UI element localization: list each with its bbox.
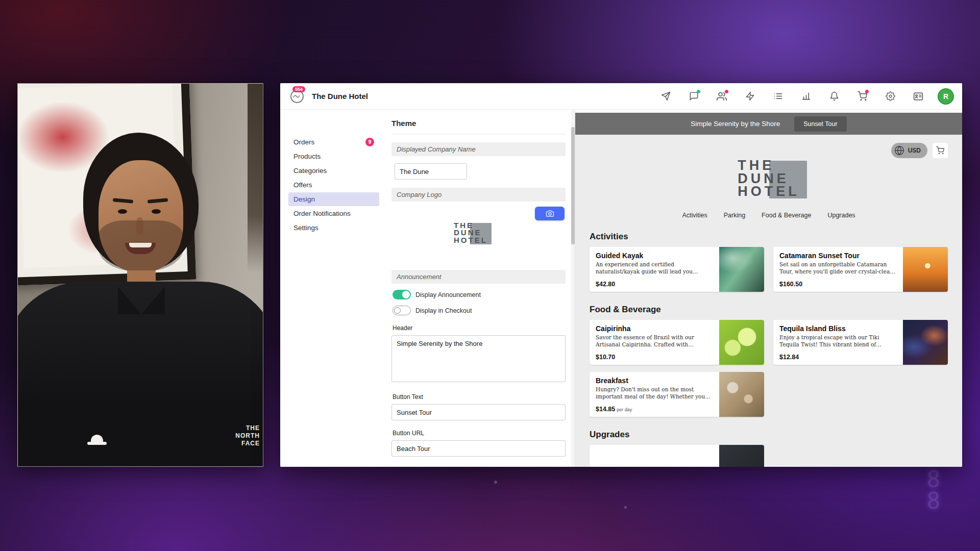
bell-icon[interactable] [825, 88, 843, 105]
eye [118, 209, 127, 214]
product-card-tequila-island-bliss[interactable]: Tequila Island Bliss Enjoy a tropical es… [773, 320, 948, 365]
product-image [719, 445, 764, 467]
notification-count-badge: 554 [292, 86, 305, 92]
tab-parking[interactable]: Parking [724, 212, 745, 219]
header-field-label: Header [393, 324, 566, 332]
announcement-banner: Simple Serenity by the Shore Sunset Tour [575, 113, 962, 135]
section-title-food-beverage: Food & Beverage [590, 305, 948, 315]
currency-label: USD [908, 147, 921, 154]
tab-upgrades[interactable]: Upgrades [827, 212, 855, 219]
team-icon[interactable] [713, 88, 730, 105]
section-company-logo: Company Logo [391, 188, 566, 202]
editor-scrollbar[interactable] [571, 110, 575, 467]
announcement-text: Simple Serenity by the Shore [691, 120, 780, 128]
decor-dot [494, 481, 497, 484]
section-displayed-company-name: Displayed Company Name [391, 142, 566, 156]
eye [152, 209, 161, 214]
announcement-button[interactable]: Sunset Tour [794, 116, 846, 132]
button-text-field-label: Button Text [393, 393, 566, 400]
storefront-cart-button[interactable] [933, 143, 948, 158]
product-card-catamaran-sunset-tour[interactable]: Catamaran Sunset Tour Set sail on an unf… [773, 247, 948, 292]
tab-food-beverage[interactable]: Food & Beverage [762, 212, 811, 219]
header-textarea[interactable]: Simple Serenity by the Shore [391, 335, 566, 382]
sidebar-item-label: Products [293, 153, 321, 160]
page-background: 8 8 THE NORTH FACE [0, 0, 980, 551]
list-icon[interactable] [769, 88, 787, 105]
app-window: 554 The Dune Hotel [280, 83, 962, 467]
button-text-input[interactable] [391, 404, 566, 420]
sidebar-item-label: Orders [293, 138, 314, 146]
decor-digit: 8 [927, 491, 941, 511]
webcam-video: THE NORTH FACE [17, 83, 263, 467]
product-card-caipirinha[interactable]: Caipirinha Savor the essence of Brazil w… [590, 320, 764, 365]
storefront-nav: Activities Parking Food & Beverage Upgra… [590, 212, 948, 219]
product-card-guided-kayak[interactable]: Guided Kayak An experienced and certifie… [590, 247, 764, 292]
nose [136, 217, 143, 235]
sidebar-item-order-notifications[interactable]: Order Notifications [288, 207, 379, 220]
contacts-icon[interactable] [910, 88, 927, 105]
send-icon[interactable] [657, 88, 674, 105]
company-logo-preview: THE DUNE HOTEL [454, 222, 487, 244]
decor-digits: 8 8 [927, 469, 941, 511]
display-announcement-toggle[interactable] [393, 290, 411, 299]
tab-activities[interactable]: Activities [682, 212, 707, 219]
price-suffix: per day [617, 407, 632, 412]
sidebar-item-label: Offers [293, 181, 312, 189]
product-card-breakfast[interactable]: Breakfast Hungry? Don't miss out on the … [590, 372, 764, 417]
user-avatar[interactable]: R [938, 88, 954, 105]
product-image [719, 247, 764, 292]
jacket-brand-text: THE NORTH FACE [235, 424, 260, 447]
scrollbar-thumb[interactable] [571, 127, 575, 244]
gear-icon[interactable] [881, 88, 899, 105]
sidebar-item-orders[interactable]: Orders 9 [288, 135, 379, 149]
app-title: The Dune Hotel [312, 92, 368, 101]
decor-dot [624, 506, 627, 509]
presenter-person: THE NORTH FACE [18, 84, 263, 466]
app-logo-icon[interactable]: 554 [290, 90, 304, 103]
logo-upload-zone: THE DUNE HOTEL [391, 202, 566, 262]
decor-digit: 8 [927, 469, 941, 490]
hat-logo-icon [87, 435, 107, 447]
sidebar-item-design[interactable]: Design [288, 192, 379, 206]
theme-editor-panel: Theme Displayed Company Name Company Log… [385, 110, 575, 467]
cart-alert-dot [865, 90, 869, 93]
product-image [719, 320, 764, 365]
sidebar-item-products[interactable]: Products [288, 149, 379, 163]
sidebar-item-label: Order Notifications [293, 210, 351, 217]
jacket [17, 282, 263, 467]
storefront-logo: THE DUNE HOTEL [738, 159, 800, 198]
company-name-input[interactable] [395, 163, 467, 180]
sidebar-item-label: Settings [293, 224, 318, 232]
zap-icon[interactable] [741, 88, 758, 105]
toggle-label: Display Announcement [415, 291, 481, 298]
currency-selector[interactable]: USD [891, 143, 927, 158]
status-dot [697, 90, 700, 93]
upload-logo-button[interactable] [535, 207, 565, 220]
sidebar: Orders 9 Products Categories Offers Desi… [280, 110, 385, 467]
cart-icon[interactable] [853, 88, 871, 105]
button-url-input[interactable] [391, 440, 566, 457]
product-image [903, 320, 948, 365]
analytics-icon[interactable] [797, 88, 815, 105]
panel-title: Theme [391, 119, 566, 134]
section-announcement: Announcement [391, 270, 566, 284]
sidebar-item-label: Categories [293, 167, 327, 174]
sidebar-item-categories[interactable]: Categories [288, 164, 379, 178]
storefront-body: USD THE DUNE HOTEL Activities [575, 135, 962, 467]
alert-dot [725, 90, 728, 93]
toggle-label: Display in Checkout [415, 307, 472, 314]
sidebar-item-settings[interactable]: Settings [288, 221, 379, 235]
product-image [903, 247, 948, 292]
section-title-upgrades: Upgrades [590, 430, 948, 440]
topbar: 554 The Dune Hotel [280, 83, 962, 110]
product-image [719, 372, 764, 417]
display-in-checkout-toggle[interactable] [393, 306, 411, 315]
button-url-field-label: Button URL [393, 430, 566, 437]
sidebar-item-label: Design [293, 195, 315, 203]
orders-count-badge: 9 [365, 138, 374, 146]
teeth [129, 243, 152, 247]
sidebar-item-offers[interactable]: Offers [288, 178, 379, 192]
product-card-partial[interactable] [590, 445, 764, 467]
storefront-preview: Simple Serenity by the Shore Sunset Tour… [575, 110, 962, 467]
chat-icon[interactable] [685, 88, 702, 105]
